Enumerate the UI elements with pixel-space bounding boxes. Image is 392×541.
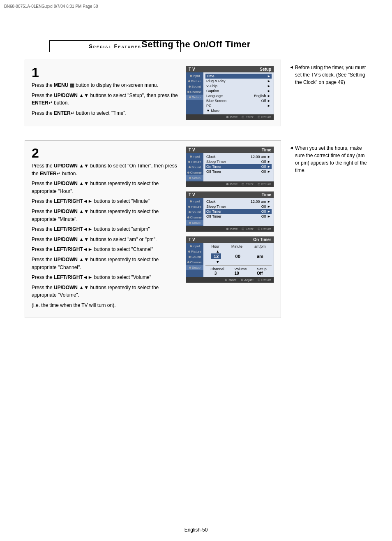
tv2c-val-volume: 10: [234, 271, 239, 276]
tv1-sidebar: Input Picture Sound Channel: [186, 72, 203, 114]
step2-left: 2 Press the UP/DOWN ▲▼ buttons to select…: [32, 146, 179, 312]
tv2c-footer-adjust: ⊕ Adjust: [241, 278, 254, 282]
step1-tv-screen: T V Setup Input Picture: [186, 66, 274, 120]
tv2b-channel: Channel: [186, 215, 203, 220]
tv1-header-left: T V: [189, 67, 195, 72]
page-container: BN68-00751A-01ENG.qxd 8/7/04 6:31 PM Pag…: [0, 0, 392, 541]
step1-number: 1: [32, 66, 179, 79]
tv2b-footer: ⊕ Move ⊞ Enter ⊟ Return: [186, 226, 274, 232]
step2-box: 2 Press the UP/DOWN ▲▼ buttons to select…: [25, 140, 281, 318]
step2-para1: Press the UP/DOWN ▲▼ buttons to select "…: [32, 162, 179, 177]
tv1-row-time: Time►: [205, 74, 272, 79]
tv1-sidebar-channel: Channel: [186, 89, 203, 95]
tv2a-ontimer: On TimerOff ►: [205, 164, 272, 169]
tv2b-body: Input Picture Sound Channe: [186, 198, 274, 226]
tv2c-lbl-volume: Volume: [234, 267, 247, 271]
tv2c-footer-move: ⊕ Move: [225, 278, 237, 282]
tv2c-divider: [205, 265, 272, 266]
step1-note: Before using the timer, you must set the…: [289, 64, 367, 86]
tv2c-ampm-val: am: [254, 253, 266, 259]
tv2c-header-right: On Timer: [253, 237, 271, 242]
tv2c-col-headers: Hour Minute am/pm: [205, 244, 272, 248]
tv2a-footer-move: ⊕ Move: [226, 182, 238, 186]
step2-para11: (i.e. the time when the TV will turn on)…: [32, 302, 179, 309]
step2-note-wrapper: When you set the hours, make sure the co…: [289, 140, 367, 182]
tv2c-up-arrows: ▲: [205, 249, 272, 253]
tv2a-sound: Sound: [186, 165, 203, 170]
step2-tv-screens: T V Time Input Picture: [186, 146, 274, 312]
tv1-row-language: LanguageEnglish ►: [205, 93, 272, 98]
step2-number: 2: [32, 146, 179, 160]
tv2a-channel: Channel: [186, 170, 203, 175]
tv1-sidebar-picture: Picture: [186, 79, 203, 84]
step2-tv-screen2: T V Time Input Picture: [186, 191, 274, 232]
tv2c-setup: Setup: [186, 265, 203, 270]
tv2b-footer-enter: ⊞ Enter: [242, 227, 253, 231]
step1-left: 1 Press the MENU ▦ button to display the…: [32, 66, 179, 120]
page-footer: English-50: [0, 527, 392, 533]
step1-text: Press the MENU ▦ button to display the o…: [32, 81, 179, 117]
tv2b-offtimer: Off TimerOff ►: [205, 214, 272, 219]
tv2b-clock: Clock12:00 am ►: [205, 199, 272, 204]
tv2c-lbl-setup: Setup: [257, 267, 267, 271]
tv2c-footer: ⊕ Move ⊕ Adjust ⊟ Return: [186, 277, 274, 283]
tv2c-input: Input: [186, 244, 203, 249]
tv2c-footer-return: ⊟ Return: [258, 278, 271, 282]
tv2c-body: Input Picture Sound Channe: [186, 243, 274, 277]
tv1-footer-move: ⊕ Move: [226, 115, 238, 119]
step2-para6: Press the UP/DOWN ▲▼ buttons to select "…: [32, 236, 179, 244]
step2-wrapper: 2 Press the UP/DOWN ▲▼ buttons to select…: [25, 140, 281, 325]
step1-row: 1 Press the MENU ▦ button to display the…: [25, 60, 367, 134]
tv2b-ontimer: On TimerOff ►: [205, 209, 272, 214]
tv1-row-vchip: V-Chip►: [205, 84, 272, 88]
tv2b-input: Input: [186, 199, 203, 204]
tv2b-main: Clock12:00 am ► Sleep TimerOff ► On Time…: [203, 198, 274, 226]
tv2a-main: Clock12:00 am ► Sleep TimerOff ► On Time…: [203, 153, 274, 181]
page-title: Setting the On/Off Timer: [0, 39, 392, 50]
tv2c-val-channel: 3: [214, 271, 217, 276]
step2-para2: Press the UP/DOWN ▲▼ buttons repeatedly …: [32, 180, 179, 195]
step2-para3: Press the LEFT/RIGHT◄► buttons to select…: [32, 197, 179, 205]
tv1-footer-enter: ⊞ Enter: [242, 115, 253, 119]
tv1-sidebar-sound: Sound: [186, 84, 203, 89]
step2-para9: Press the LEFT/RIGHT◄► buttons to select…: [32, 274, 179, 281]
tv2c-header: T V On Timer: [186, 237, 274, 243]
tv1-body: Input Picture Sound Channel: [186, 72, 274, 114]
tv2c-hour-val: 12: [211, 253, 221, 259]
tv2c-down-arrows: ▼: [205, 260, 272, 264]
footer-text: English-50: [184, 527, 208, 533]
tv2c-main: Hour Minute am/pm ▲: [203, 243, 274, 277]
file-info: BN68-00751A-01ENG.qxd 8/7/04 6:31 PM Pag…: [4, 4, 98, 9]
tv2b-setup: Setup: [186, 220, 203, 225]
tv2b-footer-return: ⊟ Return: [258, 227, 271, 231]
tv2a-footer: ⊕ Move ⊞ Enter ⊟ Return: [186, 181, 274, 187]
tv2c-val-setup: Off: [257, 271, 263, 276]
tv2c-hour-down: ▼: [216, 260, 219, 264]
step1-para2: Press the UP/DOWN ▲▼ buttons to select "…: [32, 92, 179, 107]
step2-para10: Press the UP/DOWN ▲▼ buttons repeatedly …: [32, 284, 179, 299]
step2-row: 2 Press the UP/DOWN ▲▼ buttons to select…: [25, 140, 367, 325]
tv2c-values: 12 00 am: [205, 253, 272, 259]
tv2a-header-right: Time: [262, 148, 271, 152]
step1-box: 1 Press the MENU ▦ button to display the…: [25, 60, 281, 126]
tv2a-offtimer: Off TimerOff ►: [205, 169, 272, 174]
tv2b-footer-move: ⊕ Move: [226, 227, 238, 231]
step1-para1: Press the MENU ▦ button to display the o…: [32, 81, 179, 89]
step1-wrapper: 1 Press the MENU ▦ button to display the…: [25, 60, 281, 134]
tv2a-clock: Clock12:00 am ►: [205, 154, 272, 159]
tv2c-bottom-labels: Channel Volume Setup: [205, 267, 272, 271]
tv2a-sleep: Sleep TimerOff ►: [205, 159, 272, 164]
tv2c-col-ampm: am/pm: [254, 244, 266, 248]
tv2c-header-left: T V: [189, 237, 195, 242]
tv2c-col-minute: Minute: [231, 244, 242, 248]
step2-note: When you set the hours, make sure the co…: [289, 144, 367, 174]
tv1-row-caption: Caption►: [205, 88, 272, 93]
tv2a-header: T V Time: [186, 147, 274, 153]
step2-tv-screen1: T V Time Input Picture: [186, 146, 274, 187]
tv2c-channel: Channel: [186, 260, 203, 265]
step1-note-wrapper: Before using the timer, you must set the…: [289, 60, 367, 94]
tv1-header-right: Setup: [260, 67, 271, 72]
tv2a-input: Input: [186, 154, 203, 159]
tv2b-sidebar: Input Picture Sound Channe: [186, 198, 203, 226]
tv2c-bottom-vals: 3 10 Off: [205, 271, 272, 276]
